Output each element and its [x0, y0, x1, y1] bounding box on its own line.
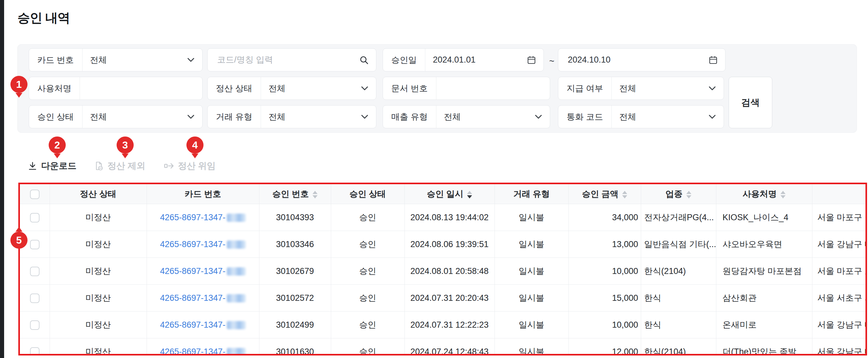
row-checkbox[interactable]: [30, 267, 39, 276]
filter-settlement-status: 정산 상태 전체: [207, 77, 376, 100]
cell-select: [20, 285, 50, 311]
sales-type-select[interactable]: 전체: [436, 111, 550, 123]
row-checkbox[interactable]: [30, 294, 39, 303]
approval-status-select[interactable]: 전체: [83, 111, 202, 123]
row-checkbox[interactable]: [30, 213, 39, 222]
cell-approval-no: 30101630: [259, 338, 331, 356]
document-number-input[interactable]: [444, 83, 550, 93]
cell-address: 서울 마포구 도화: [812, 258, 867, 285]
sort-icon[interactable]: [780, 191, 785, 199]
settlement-status-select[interactable]: 전체: [261, 83, 376, 94]
calendar-icon[interactable]: [527, 56, 536, 64]
filter-approval-date-label: 승인일: [383, 49, 425, 71]
sort-icon[interactable]: [686, 191, 691, 199]
cell-amount: 12,000: [568, 338, 641, 356]
approval-date-to-value: 2024.10.10: [568, 55, 705, 65]
cell-select: [20, 258, 50, 285]
filter-sales-type-label: 매출 유형: [383, 106, 436, 128]
sales-type-select-value: 전체: [444, 111, 531, 123]
cell-approval-no: 30103346: [259, 231, 331, 258]
card-number-link[interactable]: 4265-8697-1347-: [160, 213, 246, 222]
settlement-exclude-button[interactable]: 정산 제외: [94, 160, 145, 172]
card-number-prefix: 4265-8697-1347-: [160, 266, 225, 276]
delegate-arrow-icon: [164, 161, 174, 170]
transaction-type-select[interactable]: 전체: [261, 111, 376, 123]
cell-amount: 13,000: [568, 231, 641, 258]
payment-status-select-value: 전체: [619, 83, 705, 94]
filter-currency-code-label: 통화 코드: [558, 106, 612, 128]
cell-merchant: 온새미로: [716, 311, 812, 338]
cell-merchant: 삼산회관: [716, 285, 812, 311]
chevron-down-icon: [187, 114, 195, 119]
filter-code-search: [207, 48, 376, 71]
card-number-select[interactable]: 전체: [83, 54, 202, 66]
header-category[interactable]: 업종: [641, 184, 716, 204]
search-icon[interactable]: [360, 56, 368, 64]
header-approved-at[interactable]: 승인 일시: [404, 184, 495, 204]
cell-approval-status: 승인: [331, 285, 404, 311]
header-amount[interactable]: 승인 금액: [568, 184, 641, 204]
header-address: [812, 184, 867, 204]
merchant-name-input[interactable]: [88, 83, 200, 93]
card-number-link[interactable]: 4265-8697-1347-: [160, 347, 246, 356]
download-icon: [28, 161, 37, 171]
card-number-link[interactable]: 4265-8697-1347-: [160, 320, 246, 330]
cell-address: 서울 강남구 대치: [812, 338, 867, 356]
approval-date-from-value: 2024.01.01: [433, 55, 523, 65]
card-number-link[interactable]: 4265-8697-1347-: [160, 293, 246, 303]
filter-card-number-label: 카드 번호: [29, 49, 83, 71]
cell-approved-at: 2024.08.13 19:44:02: [404, 204, 495, 231]
cell-approved-at: 2024.07.31 12:22:23: [404, 311, 495, 338]
settlement-delegate-button[interactable]: 정산 위임: [164, 160, 216, 172]
approval-date-to-field[interactable]: 2024.10.10: [558, 55, 725, 65]
annotation-badge-2: 2: [49, 137, 66, 154]
cell-approved-at: 2024.08.06 19:39:51: [404, 231, 495, 258]
date-range-separator: ~: [549, 56, 554, 66]
cell-card-number: 4265-8697-1347-: [147, 204, 259, 231]
header-approval-no[interactable]: 승인 번호: [259, 184, 331, 204]
header-merchant[interactable]: 사용처명: [716, 184, 812, 204]
annotation-badge-1: 1: [10, 76, 28, 93]
card-number-masked-digits: [227, 294, 246, 302]
header-card-number: 카드 번호: [147, 184, 259, 204]
calendar-icon[interactable]: [709, 56, 718, 64]
card-number-prefix: 4265-8697-1347-: [160, 213, 225, 222]
sort-icon-descending[interactable]: [467, 191, 472, 199]
card-number-masked-digits: [227, 321, 246, 329]
approval-table: 정산 상태 카드 번호 승인 번호 승인 상태 승인 일시 거래 유형 승인 금…: [20, 184, 867, 356]
payment-status-select[interactable]: 전체: [612, 83, 723, 94]
card-number-link[interactable]: 4265-8697-1347-: [160, 266, 246, 276]
row-checkbox[interactable]: [30, 320, 39, 330]
select-all-checkbox[interactable]: [30, 189, 39, 199]
card-number-select-value: 전체: [90, 54, 183, 66]
code-search-input[interactable]: [216, 55, 356, 65]
search-button[interactable]: 검색: [728, 77, 772, 128]
cell-card-number: 4265-8697-1347-: [147, 338, 259, 356]
filter-transaction-type: 거래 유형 전체: [207, 105, 376, 128]
card-number-masked-digits: [227, 348, 246, 356]
row-checkbox[interactable]: [30, 347, 39, 356]
filter-approval-status-label: 승인 상태: [29, 106, 83, 128]
filter-currency-code: 통화 코드 전체: [558, 105, 724, 128]
sort-icon[interactable]: [622, 191, 627, 199]
header-approval-status: 승인 상태: [331, 184, 404, 204]
filter-approval-status: 승인 상태 전체: [29, 105, 203, 128]
sort-icon[interactable]: [312, 191, 317, 199]
cell-address: 서울 강남구 대치: [812, 231, 867, 258]
cell-card-number: 4265-8697-1347-: [147, 311, 259, 338]
currency-code-select[interactable]: 전체: [612, 111, 723, 123]
annotation-badge-3: 3: [117, 137, 134, 154]
card-number-link[interactable]: 4265-8697-1347-: [160, 239, 246, 249]
transaction-type-select-value: 전체: [269, 111, 357, 123]
download-button[interactable]: 다운로드: [28, 160, 76, 172]
chevron-down-icon: [187, 58, 195, 62]
table-row: 미정산 4265-8697-1347- 30102572 승인 2024.07.…: [20, 285, 867, 311]
cell-category: 한식(2104): [641, 258, 716, 285]
cell-approval-no: 30104393: [259, 204, 331, 231]
page-title: 승인 내역: [18, 9, 70, 27]
settlement-exclude-label: 정산 제외: [107, 160, 145, 172]
approval-date-from-field[interactable]: 2024.01.01: [425, 55, 544, 65]
card-number-prefix: 4265-8697-1347-: [160, 320, 225, 330]
cell-amount: 34,000: [568, 204, 641, 231]
row-checkbox[interactable]: [30, 240, 39, 249]
